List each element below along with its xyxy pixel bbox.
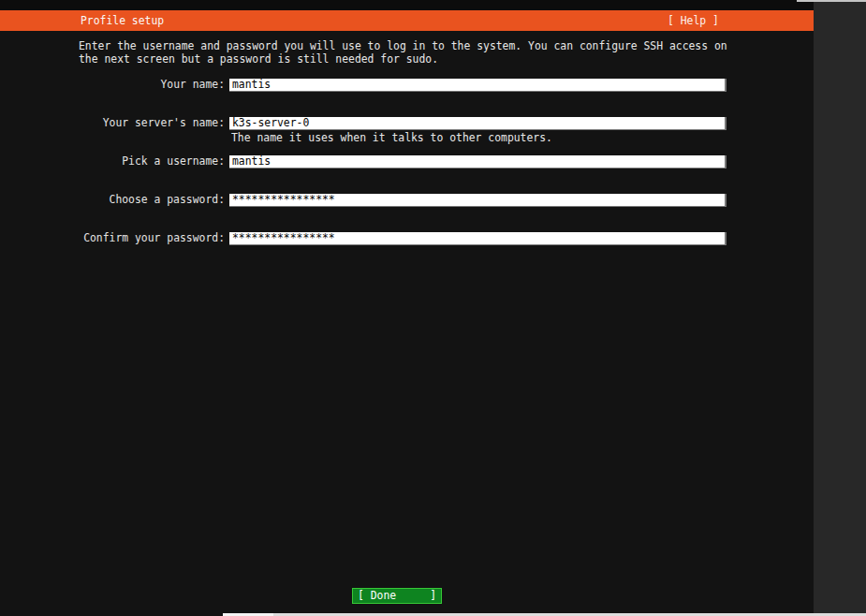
desktop-edge-top-right [797, 0, 866, 2]
password-input[interactable] [229, 194, 725, 206]
page-title: Profile setup [81, 10, 164, 31]
installer-screen: Profile setup [ Help ] Enter the usernam… [0, 0, 866, 616]
username-input[interactable] [229, 155, 725, 168]
title-bar: Profile setup [ Help ] [0, 10, 814, 31]
password-label: Choose a password: [0, 194, 225, 206]
confirm-password-input[interactable] [229, 232, 725, 244]
confirm-password-label: Confirm your password: [0, 232, 225, 244]
done-button-label: [ Done [358, 589, 396, 603]
username-label: Pick a username: [0, 155, 225, 168]
server-name-help-text: The name it uses when it talks to other … [231, 131, 552, 144]
intro-text-line2: the next screen but a password is still … [79, 52, 734, 66]
intro-text-line1: Enter the username and password you will… [79, 39, 734, 52]
done-button[interactable]: [ Done ] [352, 588, 442, 604]
your-name-input[interactable] [229, 79, 725, 91]
help-button[interactable]: [ Help ] [668, 10, 719, 31]
server-name-label: Your server's name: [0, 117, 225, 129]
your-name-label: Your name: [0, 79, 225, 91]
done-button-close-bracket: ] [430, 589, 436, 603]
server-name-input[interactable] [229, 117, 725, 129]
terminal-top-strip [0, 0, 814, 10]
outside-area-right [814, 0, 866, 616]
